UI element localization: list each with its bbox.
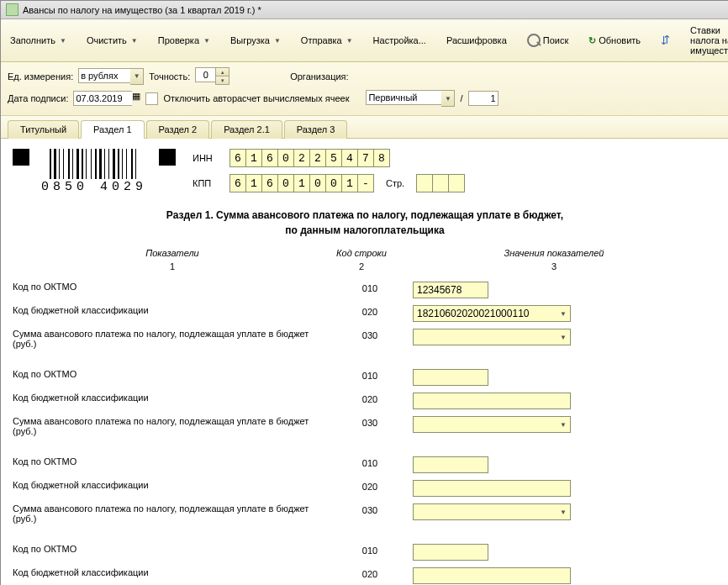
marker-left	[13, 149, 29, 166]
row-code: 030	[340, 329, 399, 340]
spin-up-icon[interactable]: ▲	[215, 67, 229, 76]
section-title: Раздел 1. Сумма авансового платежа по на…	[13, 209, 717, 221]
kbk-field[interactable]	[413, 393, 571, 409]
barcode-number: 0850 4029	[41, 180, 147, 194]
check-button[interactable]: Проверка▼	[152, 32, 216, 49]
tab-title[interactable]: Титульный	[8, 120, 79, 139]
tab-section-2-1[interactable]: Раздел 2.1	[211, 120, 282, 139]
tab-section-3[interactable]: Раздел 3	[284, 120, 348, 139]
row-code: 020	[340, 393, 399, 404]
decode-button[interactable]: Расшифровка	[440, 32, 513, 49]
search-label: Поиск	[543, 35, 568, 45]
clear-label: Очистить	[87, 35, 127, 45]
kpp-cells[interactable]: 61601001-	[229, 174, 374, 192]
signdate-label: Дата подписи:	[8, 93, 68, 103]
row-code: 020	[340, 567, 399, 579]
correction-kind-select[interactable]: ▼	[366, 90, 455, 107]
setup-button[interactable]: Настройка...	[367, 32, 432, 49]
page-cells[interactable]	[416, 174, 465, 192]
row-label: Сумма авансового платежа по налогу, подл…	[13, 503, 340, 524]
refresh-button[interactable]: ↻Обновить	[583, 32, 646, 50]
dropdown-icon: ▼	[203, 37, 210, 45]
col-linecode: Код строки	[332, 248, 391, 258]
app-icon	[6, 3, 18, 16]
row-label: Сумма авансового платежа по налогу, подл…	[13, 329, 340, 349]
row-code: 030	[340, 503, 399, 515]
form-content: 0850 4029 ИНН 6160225478 КПП 61601001- С…	[1, 139, 728, 585]
precision-stepper[interactable]: ▲ ▼	[195, 67, 229, 85]
sum-field[interactable]: ▼	[413, 329, 571, 345]
dropdown-icon: ▼	[274, 37, 281, 45]
row-label: Код по ОКТМО	[13, 282, 340, 292]
correction-number-field[interactable]	[468, 91, 499, 106]
dropdown-icon: ▼	[560, 334, 567, 341]
colnum-2: 2	[332, 261, 391, 271]
row-code: 030	[340, 416, 399, 428]
dropdown-icon: ▼	[560, 310, 567, 318]
row-label: Код по ОКТМО	[13, 456, 340, 466]
signdate-input[interactable]	[73, 91, 132, 106]
dropdown-icon: ▼	[560, 509, 567, 516]
precision-label: Точность:	[149, 71, 190, 82]
dropdown-icon[interactable]: ▼	[441, 90, 455, 107]
correction-kind-input[interactable]	[366, 90, 441, 105]
dropdown-icon: ▼	[346, 37, 353, 45]
precision-input[interactable]	[195, 67, 215, 82]
check-label: Проверка	[158, 35, 199, 45]
signdate-field[interactable]: ▦	[73, 91, 140, 106]
disable-autocalc-checkbox[interactable]	[145, 92, 158, 105]
tab-section-1[interactable]: Раздел 1	[81, 120, 145, 139]
window-title: Авансы по налогу на имущество (за 1 квар…	[23, 5, 261, 15]
dropdown-icon[interactable]: ▼	[130, 68, 144, 85]
oktmo-field[interactable]: 12345678	[413, 282, 488, 298]
row-code: 010	[340, 369, 399, 381]
sum-field[interactable]: ▼	[413, 416, 571, 433]
tab-section-2[interactable]: Раздел 2	[146, 120, 210, 139]
updown-icon: ⇵	[661, 36, 670, 45]
fill-label: Заполнить	[10, 35, 55, 45]
unit-input[interactable]	[78, 68, 130, 83]
data-group: Код по ОКТМО010Код бюджетной классификац…	[13, 544, 717, 585]
fill-button[interactable]: Заполнить▼	[4, 32, 72, 49]
row-label: Код бюджетной классификации	[13, 305, 340, 315]
row-label: Код бюджетной классификации	[13, 393, 340, 403]
unit-label: Ед. измерения:	[8, 71, 73, 82]
date-picker-icon[interactable]: ▦	[132, 91, 140, 106]
col-values: Значения показателей	[391, 248, 717, 258]
updown-button[interactable]: ⇵	[655, 33, 676, 48]
spin-down-icon[interactable]: ▼	[215, 76, 229, 85]
oktmo-field[interactable]	[413, 456, 488, 473]
kpp-label: КПП	[193, 178, 223, 188]
data-group: Код по ОКТМО01012345678Код бюджетной кла…	[13, 282, 717, 349]
row-code: 020	[340, 305, 399, 317]
colnum-1: 1	[13, 261, 332, 271]
slash-label: /	[460, 93, 462, 103]
sum-field[interactable]: ▼	[413, 503, 571, 520]
colnum-3: 3	[391, 261, 717, 271]
marker-right	[159, 149, 176, 166]
row-code: 010	[340, 282, 399, 293]
oktmo-field[interactable]	[413, 369, 488, 386]
search-button[interactable]: Поиск	[521, 30, 574, 50]
unit-select[interactable]: ▼	[78, 68, 144, 85]
params-panel: Ед. измерения: ▼ Точность: ▲ ▼ Организац…	[1, 62, 728, 116]
barcode: 0850 4029	[41, 149, 147, 194]
dropdown-icon: ▼	[560, 421, 567, 429]
row-label: Код бюджетной классификации	[13, 567, 340, 577]
toolbar: Заполнить▼ Очистить▼ Проверка▼ Выгрузка▼…	[1, 19, 728, 62]
inn-cells[interactable]: 6160225478	[229, 149, 390, 167]
clear-button[interactable]: Очистить▼	[81, 32, 144, 49]
dropdown-icon: ▼	[60, 37, 66, 45]
send-button[interactable]: Отправка▼	[295, 32, 359, 49]
kbk-field[interactable]	[413, 567, 571, 584]
titlebar: Авансы по налогу на имущество (за 1 квар…	[1, 1, 728, 19]
col-indicators: Показатели	[13, 248, 332, 258]
upload-button[interactable]: Выгрузка▼	[224, 32, 287, 49]
inn-label: ИНН	[193, 153, 223, 163]
row-code: 010	[340, 456, 399, 468]
kbk-field[interactable]: 18210602020021000110▼	[413, 305, 571, 322]
rates-button[interactable]: Ставки налога на имущество	[684, 22, 728, 59]
kbk-field[interactable]	[413, 480, 571, 497]
refresh-label: Обновить	[599, 35, 641, 45]
oktmo-field[interactable]	[413, 544, 488, 561]
